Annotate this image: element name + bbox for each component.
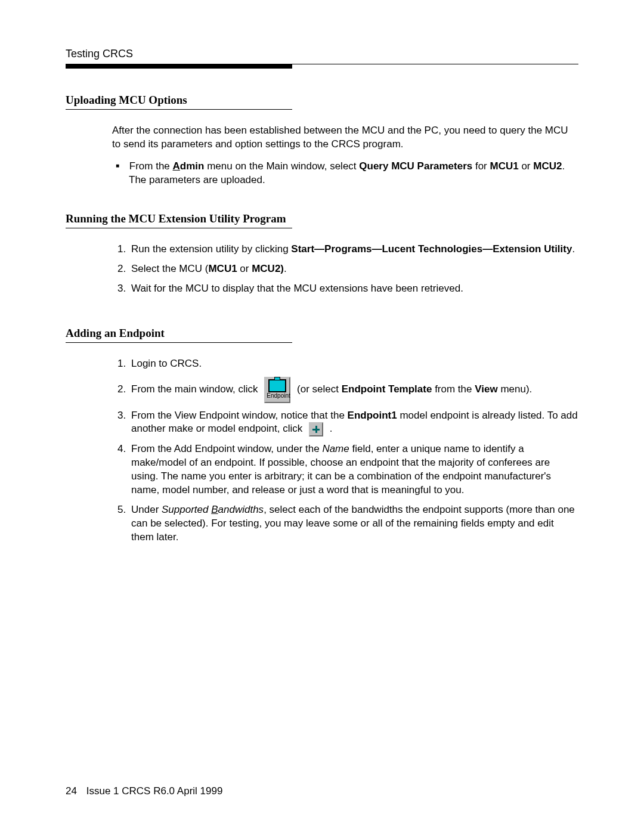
paragraph: After the connection has been establishe… bbox=[112, 124, 578, 151]
section-body-uploading: After the connection has been establishe… bbox=[112, 124, 578, 187]
add-plus-icon[interactable] bbox=[309, 422, 323, 436]
text: andwidths bbox=[218, 504, 264, 515]
page-footer: 24 Issue 1 CRCS R6.0 April 1999 bbox=[66, 785, 222, 797]
text: . bbox=[284, 263, 287, 274]
text: View bbox=[475, 383, 497, 395]
text: MCU2) bbox=[252, 263, 284, 274]
text: . bbox=[572, 243, 575, 255]
list-item: Select the MCU (MCU1 or MCU2). bbox=[129, 262, 578, 276]
text: — bbox=[482, 243, 493, 255]
text: or bbox=[519, 160, 534, 172]
text: Name bbox=[322, 443, 349, 454]
list-item: Login to CRCS. bbox=[129, 357, 578, 371]
text: From the View Endpoint window, notice th… bbox=[131, 410, 348, 421]
heading-underline bbox=[66, 342, 292, 343]
header-thick-bar bbox=[66, 64, 292, 69]
page-number: 24 bbox=[66, 785, 83, 797]
section-heading-uploading: Uploading MCU Options bbox=[66, 94, 192, 107]
text: Select the MCU ( bbox=[131, 263, 208, 274]
text: MCU2 bbox=[533, 160, 562, 172]
text: . bbox=[327, 423, 332, 435]
icon-label: Endpoint bbox=[267, 392, 290, 399]
text: (or select bbox=[297, 383, 342, 395]
text: MCU1 bbox=[208, 263, 237, 274]
section-heading-adding: Adding an Endpoint bbox=[66, 327, 169, 340]
text: B bbox=[211, 504, 218, 515]
text: A bbox=[173, 160, 180, 172]
list-item: From the Add Endpoint window, under the … bbox=[129, 442, 578, 497]
footer-text: Issue 1 CRCS R6.0 April 1999 bbox=[86, 785, 223, 797]
text: Supported bbox=[162, 504, 211, 515]
text: Lucent Technologies bbox=[382, 243, 482, 255]
list-item: From the main window, click Endpoint (or… bbox=[129, 377, 578, 403]
text: Start bbox=[291, 243, 314, 255]
section-body-running: Run the extension utility by clicking St… bbox=[112, 243, 578, 296]
running-header: Testing CRCS bbox=[66, 48, 578, 60]
text: — bbox=[314, 243, 324, 255]
document-page: Testing CRCS Uploading MCU Options After… bbox=[0, 0, 644, 833]
text: menu on the Main window, select bbox=[204, 160, 359, 172]
list-item: Wait for the MCU to display that the MCU… bbox=[129, 282, 578, 296]
text: Run the extension utility by clicking bbox=[131, 243, 291, 255]
list-item: From the View Endpoint window, notice th… bbox=[129, 409, 578, 437]
text: From the Add Endpoint window, under the bbox=[131, 443, 322, 454]
text: Extension Utility bbox=[493, 243, 572, 255]
text: Programs bbox=[324, 243, 371, 255]
endpoint-toolbar-icon[interactable]: Endpoint bbox=[264, 377, 290, 403]
heading-underline bbox=[66, 228, 292, 228]
text: or bbox=[237, 263, 252, 274]
text: dmin bbox=[180, 160, 205, 172]
list-item: Run the extension utility by clicking St… bbox=[129, 243, 578, 256]
heading-underline bbox=[66, 109, 292, 110]
text: menu). bbox=[498, 383, 532, 395]
text: Endpoint1 bbox=[348, 410, 397, 421]
list-item: Under Supported Bandwidths, select each … bbox=[129, 503, 578, 544]
text: Query MCU Parameters bbox=[359, 160, 472, 172]
text: From the bbox=[129, 160, 173, 172]
text: MCU1 bbox=[490, 160, 519, 172]
section-heading-running: Running the MCU Extension Utility Progra… bbox=[66, 212, 291, 225]
text: — bbox=[371, 243, 382, 255]
bullet-item: From the Admin menu on the Main window, … bbox=[129, 160, 578, 187]
section-body-adding: Login to CRCS. From the main window, cli… bbox=[112, 357, 578, 544]
text: From the main window, click bbox=[131, 383, 261, 395]
text: for bbox=[472, 160, 490, 172]
text: Under bbox=[131, 504, 162, 515]
text: from the bbox=[432, 383, 475, 395]
text: Endpoint Template bbox=[342, 383, 432, 395]
